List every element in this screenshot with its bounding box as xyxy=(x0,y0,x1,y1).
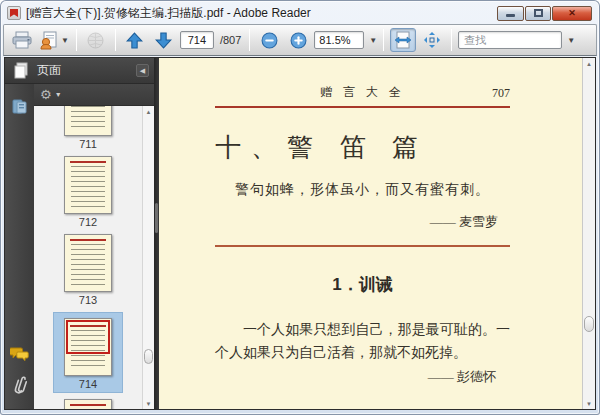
content-area: 页面 ◀ xyxy=(4,57,596,410)
scroll-up-icon[interactable]: ▲ xyxy=(143,106,154,117)
close-button[interactable]: ✕ xyxy=(552,6,592,21)
thumbnail-page xyxy=(64,399,112,409)
page-folio: 707 xyxy=(492,86,510,101)
toolbar-separator xyxy=(451,29,452,51)
page-number-input[interactable] xyxy=(180,31,214,49)
comments-icon xyxy=(10,346,29,363)
zoom-level-combobox[interactable]: 81.5% xyxy=(314,31,364,49)
pages-panel-header: 页面 ◀ xyxy=(5,58,154,84)
document-scrollbar[interactable]: ▲ ▼ xyxy=(582,58,595,409)
splitter-handle[interactable] xyxy=(155,203,158,233)
collaborate-button xyxy=(83,28,109,52)
navigation-panel: 页面 ◀ xyxy=(5,58,154,409)
bookmarks-icon xyxy=(11,98,28,115)
print-icon xyxy=(12,31,32,49)
minimize-button[interactable] xyxy=(497,6,524,21)
scroll-up-icon[interactable]: ▲ xyxy=(583,58,595,69)
thumbnail-item-713[interactable]: 713 xyxy=(64,234,112,306)
quote-author: —— 彭德怀 xyxy=(215,368,496,386)
zoom-in-button[interactable] xyxy=(285,28,311,52)
page-total-label: /807 xyxy=(220,34,241,46)
pdf-page[interactable]: 赠 言 大 全 707 十、警 笛 篇 警句如蜂，形体虽小，而又有蜜有刺。 ——… xyxy=(159,58,582,409)
paperclip-icon xyxy=(12,375,28,395)
thumbnails-panel: ⚙ ▼ 711 xyxy=(34,84,154,409)
options-gear-icon[interactable]: ⚙ xyxy=(40,88,52,101)
comments-tab[interactable] xyxy=(10,346,29,363)
previous-page-button[interactable] xyxy=(122,28,148,52)
thumbnail-textlines xyxy=(71,244,105,286)
running-head: 赠 言 大 全 xyxy=(320,84,405,101)
minimize-icon xyxy=(506,14,515,17)
bookmarks-tab[interactable] xyxy=(11,98,28,115)
section-rule xyxy=(215,245,510,247)
thumbnail-scrollbar[interactable]: ▲ ▼ xyxy=(142,106,154,409)
print-button[interactable] xyxy=(9,28,35,52)
current-view-box[interactable] xyxy=(66,320,110,354)
window-title: [赠言大全(下)].贺修铭主编.扫描版.pdf - Adobe Reader xyxy=(26,5,497,22)
thumbnail-label: 712 xyxy=(79,216,97,228)
thumbnail-items: 711 712 xyxy=(34,106,142,409)
toolbar-separator xyxy=(76,29,77,51)
thumbnail-label: 711 xyxy=(79,138,97,150)
chapter-title: 十、警 笛 篇 xyxy=(215,130,510,165)
thumbnail-item-711[interactable]: 711 xyxy=(64,106,112,150)
nav-body: ⚙ ▼ 711 xyxy=(5,84,154,409)
toolbar-separator xyxy=(115,29,116,51)
panel-icon-strip xyxy=(5,84,34,409)
email-share-button[interactable]: ▼ xyxy=(38,28,70,52)
window-controls: ✕ xyxy=(497,6,592,21)
section-heading: 1．训诫 xyxy=(215,273,510,296)
scroll-down-icon[interactable]: ▼ xyxy=(143,398,154,409)
thumbnail-textlines xyxy=(71,106,105,130)
zoom-out-button[interactable] xyxy=(256,28,282,52)
scrollbar-thumb[interactable] xyxy=(144,349,153,364)
adobe-reader-window: [赠言大全(下)].贺修铭主编.扫描版.pdf - Adobe Reader ✕ xyxy=(0,0,600,415)
thumbnail-page xyxy=(64,234,112,292)
maximize-button[interactable] xyxy=(525,6,551,21)
thumbnail-page xyxy=(64,156,112,214)
scrollbar-thumb[interactable] xyxy=(584,316,594,332)
running-head-row: 赠 言 大 全 707 xyxy=(215,84,510,108)
pdf-app-icon xyxy=(7,6,21,20)
maximize-icon xyxy=(534,9,543,17)
titlebar: [赠言大全(下)].贺修铭主编.扫描版.pdf - Adobe Reader ✕ xyxy=(0,0,600,24)
email-share-caret-icon: ▼ xyxy=(61,36,69,45)
thumbnails-options-bar: ⚙ ▼ xyxy=(34,84,154,106)
thumbnail-page xyxy=(64,318,112,376)
thumbnail-item-next-partial[interactable] xyxy=(64,399,112,409)
find-input[interactable] xyxy=(458,31,562,49)
toolbar: ▼ /807 xyxy=(3,24,597,56)
zoom-level-caret-icon[interactable]: ▼ xyxy=(369,36,377,45)
thumbnail-item-714-selected[interactable]: 714 xyxy=(53,312,123,393)
toolbar-separator xyxy=(249,29,250,51)
scroll-down-icon[interactable]: ▼ xyxy=(583,398,595,409)
fit-page-icon xyxy=(423,31,441,49)
fit-width-icon xyxy=(394,31,412,49)
previous-page-icon xyxy=(126,32,143,49)
find-options-caret-icon[interactable]: ▼ xyxy=(567,36,575,45)
thumbnail-redline xyxy=(70,404,106,406)
thumbnail-textlines xyxy=(71,166,105,208)
thumbnail-label: 714 xyxy=(79,378,97,390)
zoom-in-icon xyxy=(290,32,307,49)
thumbnail-label: 713 xyxy=(79,294,97,306)
thumbnail-item-712[interactable]: 712 xyxy=(64,156,112,228)
toolbar-separator xyxy=(383,29,384,51)
next-page-button[interactable] xyxy=(151,28,177,52)
pages-panel-icon xyxy=(13,62,29,79)
epigraph-author: —— 麦雪萝 xyxy=(215,213,498,231)
collapse-panel-button[interactable]: ◀ xyxy=(136,64,149,77)
fit-width-button[interactable] xyxy=(390,28,416,52)
thumbnail-redline xyxy=(70,239,106,241)
document-viewport: 赠 言 大 全 707 十、警 笛 篇 警句如蜂，形体虽小，而又有蜜有刺。 ——… xyxy=(159,58,595,409)
page-text-block: 赠 言 大 全 707 十、警 笛 篇 警句如蜂，形体虽小，而又有蜜有刺。 ——… xyxy=(215,84,510,409)
email-share-icon xyxy=(39,31,59,50)
epigraph: 警句如蜂，形体虽小，而又有蜜有刺。 xyxy=(215,181,510,199)
quote-text: 一个身在热恋中的恋人如果不善于控制自己的激情，那他的受苦至少是咎由自取。 xyxy=(215,408,510,409)
options-caret-icon[interactable]: ▼ xyxy=(55,91,62,98)
thumbnail-page xyxy=(64,106,112,136)
fit-page-button[interactable] xyxy=(419,28,445,52)
quote-block: 一个身在热恋中的恋人如果不善于控制自己的激情，那他的受苦至少是咎由自取。 —— … xyxy=(215,408,510,409)
attachments-tab[interactable] xyxy=(12,375,28,395)
collaborate-icon xyxy=(86,31,105,50)
